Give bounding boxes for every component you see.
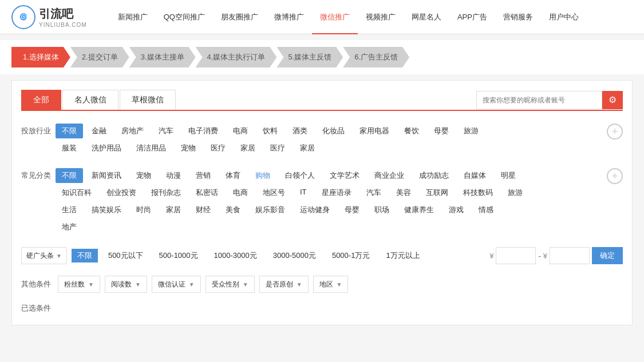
cat-tag-beauty[interactable]: 美容 (390, 185, 417, 200)
step-4[interactable]: 4.媒体主执行订单 (197, 47, 277, 67)
price-select-box[interactable]: 硬广头条 ▼ (21, 247, 67, 264)
category-expand-button[interactable]: + (607, 168, 623, 184)
step-1-box[interactable]: 1.选择媒体 (11, 47, 70, 67)
industry-tag-cosmetics[interactable]: 化妆品 (316, 124, 351, 138)
cat-tag-fashion[interactable]: 时尚 (130, 202, 157, 217)
cat-tag-pet[interactable]: 宠物 (130, 168, 157, 183)
price-tag-5000to10000[interactable]: 5000-1万元 (326, 249, 376, 262)
cat-tag-sports[interactable]: 体育 (219, 168, 247, 183)
price-tag-3000to5000[interactable]: 3000-5000元 (267, 249, 322, 262)
cat-tag-ecommerce[interactable]: 电商 (227, 185, 254, 200)
cat-tag-startup[interactable]: 创业投资 (100, 185, 143, 200)
cat-tag-gourmet[interactable]: 美食 (219, 202, 247, 217)
cat-tag-game[interactable]: 游戏 (442, 202, 470, 217)
verify-select[interactable]: 微信认证 ▼ (152, 276, 201, 293)
step-3-box[interactable]: 3.媒体主接单 (129, 47, 196, 67)
cat-tag-it[interactable]: IT (294, 185, 313, 200)
step-2[interactable]: 2.提交订单 (72, 47, 129, 67)
cat-tag-internet[interactable]: 互联网 (420, 185, 455, 200)
step-4-box[interactable]: 4.媒体主执行订单 (196, 47, 277, 67)
step-3[interactable]: 3.媒体主接单 (131, 47, 196, 67)
cat-tag-homelife[interactable]: 家居 (160, 202, 187, 217)
nav-app[interactable]: APP广告 (449, 0, 495, 34)
cat-tag-news[interactable]: 新闻资讯 (85, 168, 128, 183)
tab-all[interactable]: 全部 (21, 90, 61, 110)
nav-video[interactable]: 视频推广 (358, 0, 404, 34)
cat-tag-funny[interactable]: 搞笑娱乐 (85, 202, 128, 217)
nav-news[interactable]: 新闻推广 (110, 0, 156, 34)
price-min-input[interactable] (496, 247, 536, 264)
cat-tag-unlimit[interactable]: 不限 (56, 168, 83, 183)
cat-tag-litart[interactable]: 文学艺术 (323, 168, 366, 183)
cat-tag-marketing[interactable]: 营销 (189, 168, 217, 183)
cat-tag-selfmedia[interactable]: 自媒体 (457, 168, 492, 183)
industry-tag-unlimit[interactable]: 不限 (56, 124, 83, 138)
industry-tag-medical2[interactable]: 医疗 (264, 141, 291, 156)
region-select[interactable]: 地区 ▼ (313, 276, 349, 293)
industry-tag-car[interactable]: 汽车 (152, 124, 180, 138)
price-tag-unlimit[interactable]: 不限 (72, 249, 98, 262)
tab-famous[interactable]: 名人微信 (62, 90, 118, 110)
search-button[interactable]: ⚙ (602, 91, 623, 109)
industry-tag-pet[interactable]: 宠物 (175, 141, 202, 156)
cat-tag-shopping[interactable]: 购物 (249, 168, 276, 183)
industry-tag-food[interactable]: 餐饮 (398, 124, 425, 138)
cat-tag-finance2[interactable]: 财经 (189, 202, 217, 217)
price-max-input[interactable] (550, 247, 590, 264)
tab-grassroots[interactable]: 草根微信 (120, 90, 176, 110)
original-select[interactable]: 是否原创 ▼ (259, 276, 309, 293)
cat-tag-travel[interactable]: 旅游 (501, 185, 529, 200)
nav-weibo[interactable]: 微博推广 (266, 0, 312, 34)
cat-tag-secret[interactable]: 私密话 (189, 185, 224, 200)
cat-tag-tech[interactable]: 科技数码 (457, 185, 499, 200)
price-tag-1000to3000[interactable]: 1000-3000元 (208, 249, 263, 262)
price-tag-over10000[interactable]: 1万元以上 (380, 249, 425, 262)
price-type-select[interactable]: 硬广头条 ▼ (21, 247, 67, 264)
cat-tag-workplace[interactable]: 职场 (368, 202, 396, 217)
industry-tag-electronics[interactable]: 电子消费 (182, 124, 224, 138)
industry-expand-button[interactable]: + (607, 124, 623, 140)
nav-weixin[interactable]: 微信推广 (312, 0, 358, 34)
nav-qq[interactable]: QQ空间推广 (156, 0, 213, 34)
industry-tag-clothing[interactable]: 服装 (56, 141, 83, 156)
cat-tag-health[interactable]: 健康养生 (398, 202, 440, 217)
cat-tag-life[interactable]: 生活 (56, 202, 83, 217)
gender-select[interactable]: 受众性别 ▼ (206, 276, 255, 293)
nav-marketing[interactable]: 营销服务 (495, 0, 541, 34)
industry-tag-travel[interactable]: 旅游 (457, 124, 485, 138)
industry-tag-drinks[interactable]: 饮料 (256, 124, 284, 138)
step-2-box[interactable]: 2.提交订单 (70, 47, 129, 67)
industry-tag-skincare[interactable]: 洗护用品 (85, 141, 128, 156)
step-5-box[interactable]: 5.媒体主反馈 (276, 47, 343, 67)
cat-tag-car[interactable]: 汽车 (360, 185, 388, 200)
industry-tag-home[interactable]: 家居 (234, 141, 262, 156)
industry-tag-baby[interactable]: 母婴 (428, 124, 455, 138)
cat-tag-knowledge[interactable]: 知识百科 (56, 185, 98, 200)
price-confirm-button[interactable]: 确定 (592, 247, 623, 264)
search-input[interactable] (476, 91, 602, 109)
cat-tag-area[interactable]: 地区号 (256, 185, 291, 200)
nav-friends[interactable]: 朋友圈推广 (213, 0, 266, 34)
industry-tag-cleaning[interactable]: 清洁用品 (130, 141, 172, 156)
cat-tag-animation[interactable]: 动漫 (160, 168, 187, 183)
cat-tag-realestate[interactable]: 地产 (56, 220, 83, 234)
industry-tag-realestate[interactable]: 房地产 (115, 124, 150, 138)
step-6-box[interactable]: 6.广告主反馈 (343, 47, 409, 67)
nav-user[interactable]: 用户中心 (541, 0, 587, 34)
step-1[interactable]: 1.选择媒体 (11, 47, 70, 67)
cat-tag-entertain[interactable]: 娱乐影音 (249, 202, 291, 217)
industry-tag-alcohol[interactable]: 酒类 (286, 124, 314, 138)
industry-tag-medical[interactable]: 医疗 (204, 141, 232, 156)
cat-tag-whitecollor[interactable]: 白领个人 (279, 168, 321, 183)
cat-tag-business[interactable]: 商业企业 (368, 168, 410, 183)
fans-select[interactable]: 粉丝数 ▼ (58, 276, 100, 293)
step-6[interactable]: 6.广告主反馈 (344, 47, 409, 67)
cat-tag-success[interactable]: 成功励志 (413, 168, 455, 183)
cat-tag-magazine[interactable]: 报刊杂志 (145, 185, 187, 200)
industry-tag-appliances[interactable]: 家用电器 (353, 124, 396, 138)
industry-tag-home2[interactable]: 家居 (294, 141, 321, 156)
industry-tag-ecommerce[interactable]: 电商 (227, 124, 254, 138)
cat-tag-celebrity[interactable]: 明星 (495, 168, 522, 183)
cat-tag-momkid[interactable]: 母婴 (338, 202, 366, 217)
cat-tag-horoscope[interactable]: 星座语录 (315, 185, 358, 200)
